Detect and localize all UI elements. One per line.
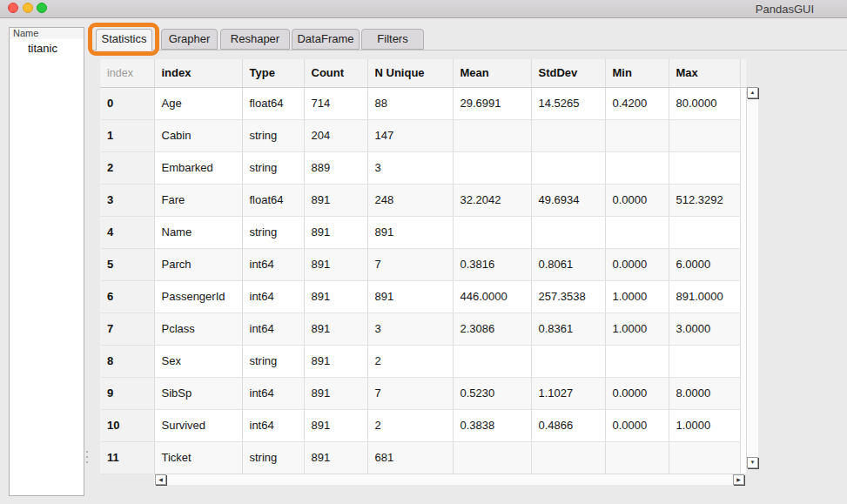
column-header-index[interactable]: index [154,59,242,87]
row-index-header[interactable]: 8 [100,345,154,377]
table-cell[interactable]: 0.0000 [605,184,669,216]
table-cell[interactable]: int64 [242,280,304,312]
table-cell[interactable] [605,151,669,184]
table-cell[interactable]: string [242,216,304,248]
table-cell[interactable]: 891 [367,280,453,312]
table-cell[interactable] [453,151,531,184]
table-cell[interactable]: 1.1027 [531,377,605,409]
row-index-header[interactable]: 2 [100,151,154,184]
table-cell[interactable]: 512.3292 [669,184,740,216]
table-cell[interactable]: 2 [367,409,453,441]
row-index-header[interactable]: 11 [100,441,154,474]
table-cell[interactable]: Sex [154,345,242,377]
scroll-right-icon[interactable]: ▶ [733,474,744,485]
table-cell[interactable]: 257.3538 [531,280,605,312]
column-header-type[interactable]: Type [242,59,304,87]
table-cell[interactable]: 891 [367,216,453,248]
table-cell[interactable] [453,216,531,248]
column-header-max[interactable]: Max [669,59,740,87]
table-cell[interactable]: string [242,151,304,184]
table-cell[interactable]: 0.0000 [605,248,669,280]
table-cell[interactable]: Survived [154,409,242,441]
table-cell[interactable]: 681 [367,441,453,474]
scroll-up-icon[interactable]: ▲ [747,87,758,98]
table-cell[interactable]: 1.0000 [605,280,669,312]
table-cell[interactable]: 3 [367,151,453,184]
table-cell[interactable]: 3 [367,312,453,345]
scroll-left-icon[interactable]: ◀ [155,474,166,485]
table-cell[interactable]: string [242,345,304,377]
table-cell[interactable]: 2.3086 [453,312,531,345]
close-button[interactable] [8,3,18,13]
row-index-header[interactable]: 3 [100,184,154,216]
column-header-stddev[interactable]: StdDev [531,59,605,87]
table-cell[interactable]: 891.0000 [669,280,740,312]
table-cell[interactable]: 891 [304,409,367,441]
table-cell[interactable] [453,345,531,377]
table-cell[interactable] [605,345,669,377]
table-cell[interactable]: 2 [367,345,453,377]
name-column-header[interactable]: Name [9,27,84,40]
table-cell[interactable]: 7 [367,377,453,409]
table-cell[interactable]: 891 [304,280,367,312]
table-cell[interactable]: Embarked [154,151,242,184]
row-index-header[interactable]: 4 [100,216,154,248]
tab-statistics[interactable]: Statistics [96,29,152,50]
row-index-header[interactable]: 7 [100,312,154,345]
scroll-down-icon[interactable]: ▼ [747,457,758,468]
table-cell[interactable]: 3.0000 [669,312,740,345]
tab-filters[interactable]: Filters [361,29,424,50]
table-cell[interactable]: int64 [242,248,304,280]
table-cell[interactable]: 0.8361 [531,312,605,345]
table-cell[interactable]: 204 [304,119,367,151]
table-cell[interactable]: 7 [367,248,453,280]
table-cell[interactable]: 6.0000 [669,248,740,280]
table-cell[interactable]: Fare [154,184,242,216]
table-cell[interactable] [531,119,605,151]
table-cell[interactable]: 14.5265 [531,87,605,119]
zoom-button[interactable] [37,3,47,13]
table-cell[interactable]: int64 [242,409,304,441]
table-cell[interactable]: 0.0000 [605,409,669,441]
table-cell[interactable] [453,119,531,151]
corner-header[interactable]: index [100,59,154,87]
table-cell[interactable] [531,151,605,184]
tab-grapher[interactable]: Grapher [161,29,218,50]
table-cell[interactable]: 0.4200 [605,87,669,119]
column-header-min[interactable]: Min [605,59,669,87]
column-header-mean[interactable]: Mean [453,59,531,87]
splitter-handle[interactable] [84,448,90,466]
sidebar-item-titanic[interactable]: titanic [10,39,84,55]
table-cell[interactable]: 0.3816 [453,248,531,280]
table-cell[interactable]: float64 [242,87,304,119]
table-cell[interactable]: int64 [242,377,304,409]
table-cell[interactable]: 891 [304,441,367,474]
table-cell[interactable]: 0.5230 [453,377,531,409]
table-cell[interactable]: 891 [304,248,367,280]
table-cell[interactable]: 0.8061 [531,248,605,280]
row-index-header[interactable]: 6 [100,280,154,312]
title-bar[interactable]: PandasGUI [0,0,847,18]
table-cell[interactable]: 891 [304,377,367,409]
vertical-scrollbar[interactable]: ▲ ▼ [746,87,758,468]
table-cell[interactable] [531,216,605,248]
table-cell[interactable]: 891 [304,312,367,345]
row-index-header[interactable]: 1 [100,119,154,151]
table-cell[interactable] [605,119,669,151]
table-cell[interactable] [605,216,669,248]
table-cell[interactable]: 1.0000 [605,312,669,345]
table-cell[interactable] [453,441,531,474]
row-index-header[interactable]: 5 [100,248,154,280]
table-cell[interactable]: 29.6991 [453,87,531,119]
table-cell[interactable]: 0.0000 [605,377,669,409]
row-index-header[interactable]: 10 [100,409,154,441]
table-cell[interactable]: SibSp [154,377,242,409]
column-header-nunique[interactable]: N Unique [367,59,453,87]
table-cell[interactable]: Name [154,216,242,248]
column-header-count[interactable]: Count [304,59,367,87]
tab-dataframe[interactable]: DataFrame [292,29,360,50]
table-cell[interactable]: 248 [367,184,453,216]
table-cell[interactable]: Age [154,87,242,119]
table-cell[interactable] [669,216,740,248]
table-cell[interactable] [531,345,605,377]
